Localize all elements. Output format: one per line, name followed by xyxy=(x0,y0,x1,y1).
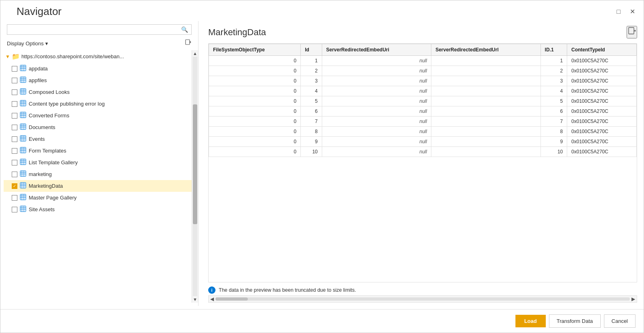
tree-item-checkbox[interactable] xyxy=(12,148,17,154)
data-table: FileSystemObjectTypeIdServerRedirectedEm… xyxy=(209,44,637,157)
tree-item-checkbox[interactable] xyxy=(12,207,17,212)
tree-item-label: Master Page Gallery xyxy=(29,195,77,201)
tree-item-checkbox[interactable] xyxy=(12,78,17,83)
tree-item-checkbox[interactable] xyxy=(12,66,17,72)
table-cell: 10 xyxy=(541,147,567,157)
dialog-title: Navigator xyxy=(17,5,61,18)
table-cell: 0 xyxy=(209,76,301,86)
tree-item[interactable]: Documents xyxy=(4,121,192,133)
table-cell: 0x0100C5A270C xyxy=(567,56,637,66)
tree-item-label: Composed Looks xyxy=(29,89,70,95)
tree-item-checkbox[interactable] xyxy=(12,125,17,130)
table-cell: 9 xyxy=(301,137,322,147)
table-head: FileSystemObjectTypeIdServerRedirectedEm… xyxy=(209,44,637,56)
table-cell: null xyxy=(322,96,431,106)
scroll-right-button[interactable]: ▶ xyxy=(631,296,635,302)
tree-item[interactable]: marketing xyxy=(4,168,192,180)
right-pane: MarketingData FileSystemObjectTypeIdServ… xyxy=(198,21,644,306)
table-cell: 1 xyxy=(301,56,322,66)
table-cell: 0x0100C5A270C xyxy=(567,86,637,96)
tree-item-checkbox[interactable] xyxy=(12,113,17,119)
table-cell: 7 xyxy=(301,117,322,127)
info-icon: i xyxy=(208,286,215,294)
scroll-left-button[interactable]: ◀ xyxy=(210,296,214,302)
load-button[interactable]: Load xyxy=(515,315,546,327)
window-controls: □ ✕ xyxy=(614,7,637,17)
tree-item[interactable]: appdata xyxy=(4,63,192,74)
horizontal-scrollbar: ◀ ▶ xyxy=(208,295,637,303)
tree-item-checkbox[interactable]: ✓ xyxy=(12,183,17,189)
tree-item[interactable]: Events xyxy=(4,133,192,145)
table-cell: null xyxy=(322,66,431,76)
table-cell: 0 xyxy=(209,127,301,137)
tree-item[interactable]: Site Assets xyxy=(4,204,192,215)
tree-item[interactable]: appfiles xyxy=(4,74,192,86)
scroll-up-button[interactable]: ▲ xyxy=(192,51,198,56)
table-row: 03null30x0100C5A270C xyxy=(209,76,637,86)
table-header-cell: ServerRedirectedEmbedUri xyxy=(322,44,431,56)
display-options-button[interactable]: Display Options ▾ xyxy=(7,40,48,47)
table-cell: null xyxy=(322,147,431,157)
tree-item-label: appfiles xyxy=(29,77,47,83)
table-cell: null xyxy=(322,56,431,66)
hscroll-track xyxy=(215,297,630,301)
tree-root-node[interactable]: ▼ 📁 https://contoso.sharepoint.com/site/… xyxy=(4,50,192,63)
table-icon xyxy=(20,159,26,166)
table-row: 010null100x0100C5A270C xyxy=(209,147,637,157)
table-cell: null xyxy=(322,86,431,96)
cancel-button[interactable]: Cancel xyxy=(604,314,636,328)
table-cell xyxy=(431,76,541,86)
close-button[interactable]: ✕ xyxy=(627,7,637,17)
tree-item[interactable]: Converted Forms xyxy=(4,110,192,121)
refresh-button[interactable] xyxy=(184,39,192,48)
search-input[interactable] xyxy=(11,27,181,33)
preview-title: MarketingData xyxy=(208,27,266,38)
tree-scroll-wrapper: ▼ 📁 https://contoso.sharepoint.com/site/… xyxy=(0,50,198,303)
vertical-scrollbar: ▲ ▼ xyxy=(192,50,198,303)
table-cell: 0 xyxy=(209,66,301,76)
minimize-button[interactable]: □ xyxy=(614,7,623,17)
tree-container: ▼ 📁 https://contoso.sharepoint.com/site/… xyxy=(0,50,192,303)
svg-rect-7 xyxy=(20,77,26,83)
tree-item-checkbox[interactable] xyxy=(12,136,17,142)
tree-item-checkbox[interactable] xyxy=(12,172,17,177)
table-cell xyxy=(431,56,541,66)
transform-data-button[interactable]: Transform Data xyxy=(549,314,601,328)
table-cell: 0 xyxy=(209,106,301,117)
table-cell: 0x0100C5A270C xyxy=(567,147,637,157)
svg-rect-22 xyxy=(20,112,26,118)
search-icon[interactable]: 🔍 xyxy=(181,26,188,33)
preview-export-button[interactable] xyxy=(627,26,637,38)
hscroll-thumb xyxy=(215,297,248,301)
table-icon xyxy=(20,100,26,108)
table-header-cell: Id xyxy=(301,44,322,56)
tree-item-checkbox[interactable] xyxy=(12,195,17,201)
tree-item-checkbox[interactable] xyxy=(12,89,17,95)
tree-item[interactable]: List Template Gallery xyxy=(4,157,192,168)
tree-item[interactable]: Composed Looks xyxy=(4,86,192,98)
display-options-label: Display Options xyxy=(7,40,44,47)
tree-item-label: List Template Gallery xyxy=(29,159,78,165)
tree-item-checkbox[interactable] xyxy=(12,160,17,165)
table-row: 06null60x0100C5A270C xyxy=(209,106,637,117)
svg-rect-17 xyxy=(20,100,26,106)
table-icon xyxy=(20,65,26,72)
table-cell: 0 xyxy=(209,56,301,66)
table-icon xyxy=(20,112,26,119)
table-row: 07null70x0100C5A270C xyxy=(209,117,637,127)
table-cell: 0x0100C5A270C xyxy=(567,106,637,117)
display-options-row: Display Options ▾ xyxy=(0,38,198,50)
table-icon xyxy=(20,170,26,178)
svg-rect-47 xyxy=(20,171,26,176)
tree-item[interactable]: Master Page Gallery xyxy=(4,192,192,204)
table-cell: 0x0100C5A270C xyxy=(567,117,637,127)
table-cell: 3 xyxy=(301,76,322,86)
table-cell: null xyxy=(322,106,431,117)
table-cell: 0 xyxy=(209,147,301,157)
scroll-down-button[interactable]: ▼ xyxy=(192,297,198,302)
tree-item-checkbox[interactable] xyxy=(12,101,17,107)
tree-item[interactable]: Content type publishing error log xyxy=(4,98,192,110)
tree-item[interactable]: ✓ MarketingData xyxy=(4,180,192,192)
tree-item-label: Events xyxy=(29,136,45,142)
tree-item[interactable]: Form Templates xyxy=(4,145,192,157)
